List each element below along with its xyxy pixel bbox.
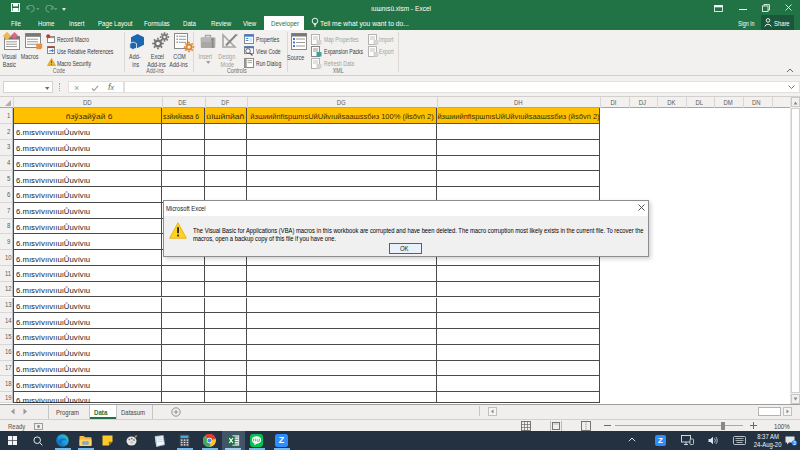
svg-text:3: 3 (793, 440, 796, 446)
